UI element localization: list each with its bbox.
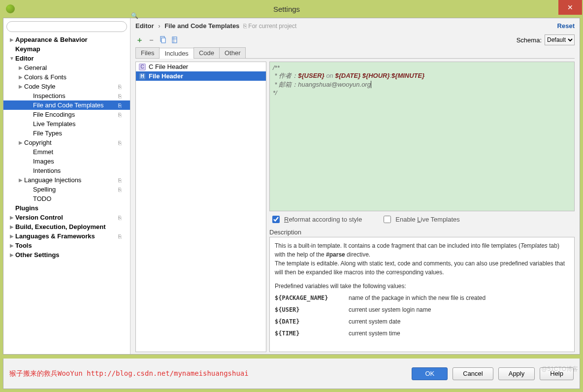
reset-link[interactable]: Reset: [557, 22, 575, 30]
apply-button[interactable]: Apply: [498, 367, 535, 380]
search-wrap: 🔍: [3, 18, 130, 35]
breadcrumb-row: Editor › File and Code Templates ⎘ For c…: [135, 22, 575, 30]
settings-sidebar: 🔍 ▶Appearance & BehaviorKeymap▼Editor▶Ge…: [3, 18, 130, 354]
tree-label: Emmet: [33, 148, 127, 156]
template-icon[interactable]: [171, 36, 179, 44]
tree-item[interactable]: ▶Appearance & Behavior: [3, 35, 130, 44]
search-icon: 🔍: [131, 12, 138, 19]
link-icon: ⎘: [118, 84, 125, 90]
schema-select[interactable]: Default: [545, 34, 575, 45]
enable-live-checkbox[interactable]: Enable Live Templates: [382, 214, 460, 225]
svg-rect-1: [162, 38, 165, 43]
cancel-button[interactable]: Cancel: [453, 367, 493, 380]
variable-desc: current user system login name: [349, 305, 569, 314]
tree-item[interactable]: ▶Build, Execution, Deployment: [3, 222, 130, 231]
tree-item[interactable]: Intentions: [3, 166, 130, 175]
chevron-icon: ▶: [8, 233, 15, 239]
description-box: This is a built-in template. It contains…: [269, 237, 575, 352]
tree-label: Other Settings: [15, 251, 127, 259]
right-pane: /** * 作者：${USER} on ${DATE} ${HOUR}:${MI…: [269, 62, 575, 352]
help-button[interactable]: Help: [540, 367, 574, 380]
chevron-icon: ▶: [17, 74, 24, 80]
tree-item[interactable]: TODO: [3, 194, 130, 203]
add-icon[interactable]: ＋: [135, 36, 143, 44]
tab-includes[interactable]: Includes: [159, 48, 194, 59]
tree-item[interactable]: ▶General: [3, 63, 130, 72]
desc-paragraph-1: This is a built-in template. It contains…: [275, 241, 569, 259]
schema-wrap: Schema: Default: [517, 34, 575, 45]
chevron-icon: ▶: [17, 177, 24, 183]
tree-label: Live Templates: [33, 120, 127, 128]
tree-label: General: [24, 64, 127, 71]
list-item[interactable]: CC File Header: [136, 62, 266, 71]
tree-item[interactable]: Plugins: [3, 203, 130, 213]
link-icon: ⎘: [118, 233, 125, 239]
tree-label: Languages & Frameworks: [15, 232, 118, 240]
tree-item[interactable]: ▶Tools: [3, 241, 130, 250]
search-input[interactable]: [6, 21, 127, 32]
variable-row: ${PACKAGE_NAME}name of the package in wh…: [275, 294, 569, 302]
link-icon: ⎘: [118, 112, 125, 118]
tree-item[interactable]: File Types: [3, 129, 130, 138]
schema-label: Schema:: [517, 36, 542, 44]
tree-label: Images: [33, 158, 127, 165]
breadcrumb-sep: ›: [158, 22, 160, 30]
remove-icon[interactable]: －: [147, 36, 155, 44]
chevron-icon: ▶: [17, 140, 24, 145]
variable-desc: name of the package in which the new fil…: [349, 294, 569, 302]
variable-row: ${USER}current user system login name: [275, 305, 569, 314]
enable-live-input[interactable]: [384, 216, 391, 223]
link-icon: ⎘: [118, 177, 125, 183]
chevron-icon: ▶: [8, 243, 15, 248]
file-icon: H: [139, 73, 146, 80]
tree-label: Code Style: [24, 83, 118, 90]
tree-item[interactable]: Inspections⎘: [3, 91, 130, 100]
tree-item[interactable]: ▶Language Injections⎘: [3, 175, 130, 185]
tree-label: File Encodings: [33, 111, 118, 118]
tab-files[interactable]: Files: [135, 47, 160, 58]
options-row: Reformat according to style Enable Live …: [269, 211, 575, 228]
variable-name: ${TIME}: [275, 329, 349, 338]
toolbar: ＋ － Schema: Default: [135, 33, 575, 45]
tree-item[interactable]: File and Code Templates⎘: [3, 100, 130, 110]
link-icon: ⎘: [118, 140, 125, 146]
tab-other[interactable]: Other: [219, 47, 246, 58]
link-icon: ⎘: [118, 102, 125, 108]
tree-item[interactable]: ▼Editor: [3, 54, 130, 63]
ok-button[interactable]: OK: [412, 367, 448, 380]
tree-item[interactable]: ▶Other Settings: [3, 250, 130, 260]
tree-item[interactable]: ▶Colors & Fonts: [3, 72, 130, 82]
titlebar: Settings ✕: [0, 0, 583, 18]
reformat-checkbox[interactable]: Reformat according to style: [270, 214, 362, 225]
tree-label: Spelling: [33, 186, 118, 193]
list-item[interactable]: HFile Header: [136, 71, 266, 81]
tree-item[interactable]: Images: [3, 157, 130, 166]
settings-tree[interactable]: ▶Appearance & BehaviorKeymap▼Editor▶Gene…: [3, 35, 130, 354]
close-button[interactable]: ✕: [558, 0, 582, 15]
chevron-icon: ▶: [8, 37, 15, 42]
variable-desc: current system date: [349, 317, 569, 326]
tree-item[interactable]: Spelling⎘: [3, 185, 130, 194]
link-icon: ⎘: [118, 93, 125, 99]
tabs: FilesIncludesCodeOther: [135, 47, 575, 59]
list-item-label: C File Header: [149, 63, 188, 70]
tree-item[interactable]: ▶Code Style⎘: [3, 82, 130, 91]
tree-label: Language Injections: [24, 176, 118, 184]
tree-item[interactable]: File Encodings⎘: [3, 110, 130, 119]
template-editor[interactable]: /** * 作者：${USER} on ${DATE} ${HOUR}:${MI…: [269, 62, 575, 211]
tree-item[interactable]: Live Templates: [3, 119, 130, 129]
tree-item[interactable]: ▶Languages & Frameworks⎘: [3, 231, 130, 241]
tree-item[interactable]: ▶Version Control⎘: [3, 213, 130, 222]
breadcrumb-part2: File and Code Templates: [164, 22, 239, 30]
tab-code[interactable]: Code: [194, 47, 220, 58]
copy-icon[interactable]: [159, 36, 167, 44]
svg-rect-2: [172, 37, 177, 43]
template-list[interactable]: CC File HeaderHFile Header: [135, 62, 266, 352]
tree-item[interactable]: Keymap: [3, 44, 130, 54]
tree-label: Plugins: [15, 204, 127, 212]
tree-item[interactable]: Emmet: [3, 147, 130, 157]
tree-item[interactable]: ▶Copyright⎘: [3, 138, 130, 147]
reformat-input[interactable]: [272, 216, 280, 223]
breadcrumb: Editor › File and Code Templates: [135, 22, 239, 30]
footer-caption: 猴子搬来的救兵WooYun http://blog.csdn.net/mynam…: [9, 369, 407, 378]
